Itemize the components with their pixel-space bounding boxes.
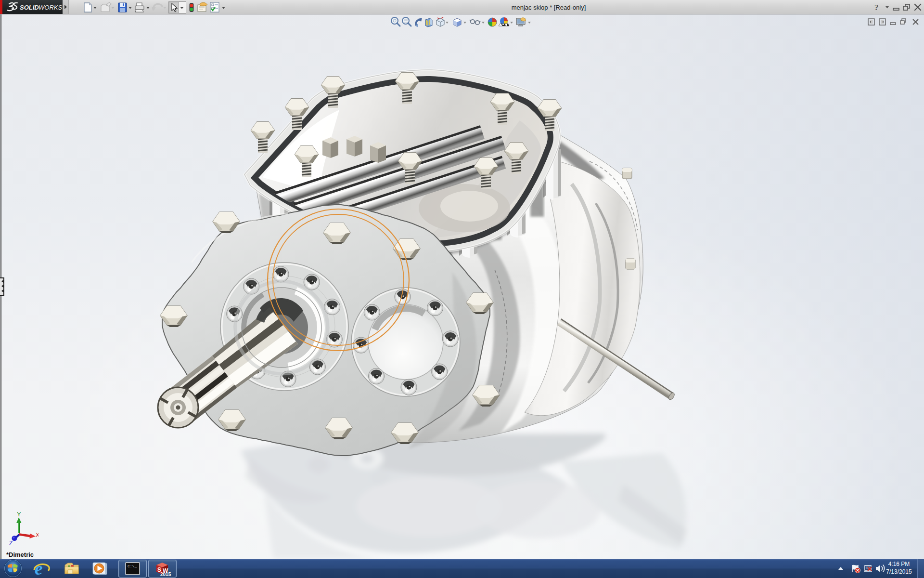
svg-text:WORKS: WORKS (38, 4, 62, 11)
svg-text:SOLID: SOLID (20, 4, 39, 11)
svg-text:X: X (36, 532, 38, 539)
svg-text:Y: Y (17, 511, 21, 518)
svg-text:C:\_: C:\_ (128, 564, 137, 568)
svg-text:e: e (35, 559, 42, 578)
svg-text:?: ? (874, 3, 879, 12)
svg-text:2015: 2015 (160, 572, 171, 577)
svg-text:Z: Z (9, 540, 13, 547)
